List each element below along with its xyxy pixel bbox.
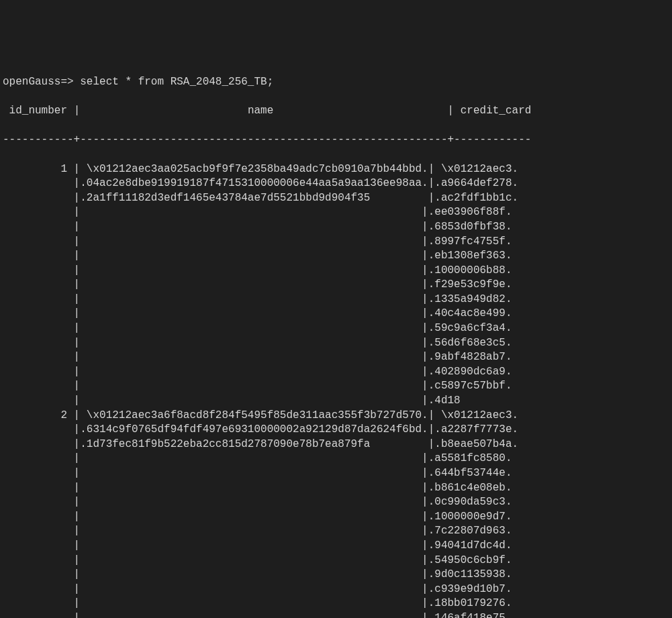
table-row: |.04ac2e8dbe919919187f4715310000006e44aa…	[3, 176, 669, 191]
table-row: | |.c939e9d10b7.	[3, 582, 669, 597]
table-row: | |.7c22807d963.	[3, 524, 669, 539]
table-row: | |.f29e53c9f9e.	[3, 278, 669, 293]
table-row: | |.4d18	[3, 394, 669, 409]
table-row: | |.0c990da59c3.	[3, 495, 669, 510]
table-row: | |.18bb0179276.	[3, 597, 669, 611]
table-row: | |.6853d0fbf38.	[3, 220, 669, 235]
table-row: | |.146af418e75.	[3, 611, 669, 618]
table-row: |.1d73fec81f9b522eba2cc815d2787090e78b7e…	[3, 437, 669, 452]
separator: -----------+----------------------------…	[3, 133, 669, 148]
table-row: 2 | \x01212aec3a6f8acd8f284f5495f85de311…	[3, 409, 669, 423]
table-row: | |.59c9a6cf3a4.	[3, 321, 669, 336]
table-row: | |.9d0c1135938.	[3, 568, 669, 582]
table-row: | |.ee03906f88f.	[3, 205, 669, 220]
table-row: | |.eb1308ef363.	[3, 249, 669, 264]
table-row: | |.10000006b88.	[3, 264, 669, 278]
table-row: |.6314c9f0765df94fdf497e69310000002a9212…	[3, 423, 669, 437]
sql-query: select * from RSA_2048_256_TB;	[80, 76, 273, 88]
header-id: id_number	[3, 105, 74, 117]
table-row: | |.9abf4828ab7.	[3, 350, 669, 365]
table-row: | |.40c4ac8e499.	[3, 307, 669, 321]
table-row: | |.8997fc4755f.	[3, 235, 669, 250]
table-row: |.2a1ff11182d3edf1465e43784ae7d5521bbd9d…	[3, 191, 669, 206]
table-row: 1 | \x01212aec3aa025acb9f9f7e2358ba49adc…	[3, 162, 669, 177]
query-line: openGauss=> select * from RSA_2048_256_T…	[3, 75, 669, 90]
table-row: | |.94041d7dc4d.	[3, 539, 669, 554]
terminal-output: openGauss=> select * from RSA_2048_256_T…	[3, 60, 669, 618]
table-row: | |.644bf53744e.	[3, 466, 669, 481]
table-row: | |.56d6f68e3c5.	[3, 336, 669, 351]
table-row: | |.1335a949d82.	[3, 293, 669, 307]
table-row: | |.54950c6cb9f.	[3, 554, 669, 568]
table-row: | |.1000000e9d7.	[3, 510, 669, 525]
header-credit: credit_card	[454, 105, 531, 117]
table-row: | |.a5581fc8580.	[3, 452, 669, 466]
header-name: name	[80, 105, 447, 117]
header-row: id_number | name | credit_card	[3, 104, 669, 119]
data-rows: 1 | \x01212aec3aa025acb9f9f7e2358ba49adc…	[3, 162, 669, 618]
table-row: | |.b861c4e08eb.	[3, 481, 669, 496]
table-row: | |.c5897c57bbf.	[3, 379, 669, 394]
prompt: openGauss=>	[3, 76, 80, 88]
table-row: | |.402890dc6a9.	[3, 365, 669, 380]
